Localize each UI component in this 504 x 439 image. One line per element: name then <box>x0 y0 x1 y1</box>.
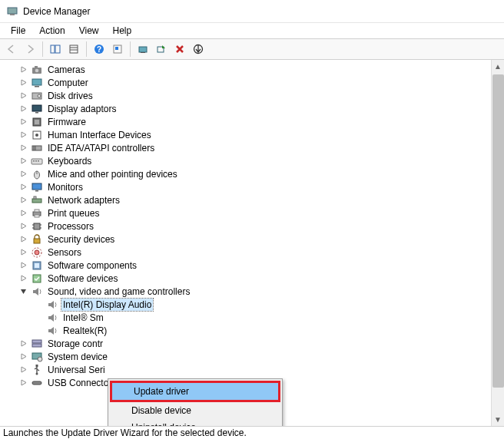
window-title: Device Manager <box>23 6 90 17</box>
tree-label: Mice and other pointing devices <box>46 168 179 180</box>
context-menu-item[interactable]: Uninstall device <box>110 419 280 427</box>
tree-category[interactable]: Universal Seri <box>8 363 504 376</box>
chevron-right-icon[interactable] <box>18 104 28 114</box>
speaker-icon <box>46 299 58 311</box>
tree-category[interactable]: Monitors <box>8 180 504 193</box>
context-menu-item[interactable]: Update driver <box>112 383 278 400</box>
tree-category[interactable]: Storage contr <box>8 337 504 350</box>
tree-category[interactable]: Human Interface Devices <box>8 128 504 141</box>
menu-help[interactable]: Help <box>107 24 138 38</box>
chevron-right-icon[interactable] <box>18 157 28 166</box>
chevron-right-icon[interactable] <box>18 222 28 231</box>
tree-label: Realtek(R) <box>61 325 108 337</box>
svg-point-21 <box>38 94 41 97</box>
scroll-up-button[interactable]: ▲ <box>492 60 505 73</box>
tree-category[interactable]: Processors <box>8 220 504 233</box>
context-menu: Update driverDisable deviceUninstall dev… <box>108 378 283 427</box>
chevron-down-icon[interactable] <box>18 287 28 296</box>
tree-category[interactable]: IDE ATA/ATAPI controllers <box>8 141 504 154</box>
chevron-right-icon[interactable] <box>18 65 28 74</box>
tree-category[interactable]: Sensors <box>8 246 504 259</box>
menu-file[interactable]: File <box>5 24 32 38</box>
toolbar-separator <box>42 41 43 57</box>
tree-device[interactable]: Realtek(R) <box>8 324 504 337</box>
vertical-scrollbar[interactable]: ▲ ▼ <box>491 60 504 426</box>
tree-label: Monitors <box>46 181 85 193</box>
firmware-icon <box>31 116 43 128</box>
chevron-right-icon[interactable] <box>18 196 28 205</box>
tree-device[interactable]: Intel(R) Display Audio <box>8 298 504 311</box>
tree-category[interactable]: Network adapters <box>8 193 504 206</box>
chevron-right-icon[interactable] <box>18 91 28 101</box>
chevron-right-icon[interactable] <box>18 170 28 179</box>
tree-category[interactable]: Print queues <box>8 206 504 220</box>
back-button[interactable] <box>3 41 20 58</box>
tree-category[interactable]: Cameras <box>8 63 504 76</box>
tree-category[interactable]: Keyboards <box>8 154 504 167</box>
tree-label: Security devices <box>46 233 116 246</box>
show-hide-button[interactable] <box>47 41 64 58</box>
tree-label: IDE ATA/ATAPI controllers <box>46 142 156 154</box>
chevron-right-icon[interactable] <box>18 235 28 244</box>
chevron-right-icon[interactable] <box>18 261 28 270</box>
menu-action[interactable]: Action <box>33 24 71 38</box>
svg-rect-18 <box>32 79 41 85</box>
chevron-right-icon[interactable] <box>18 183 28 192</box>
toolbar: ? <box>0 38 504 60</box>
keyboard-icon <box>31 155 43 167</box>
chevron-right-icon[interactable] <box>18 352 28 361</box>
tree-category[interactable]: System device <box>8 350 504 363</box>
chevron-right-icon[interactable] <box>18 378 28 388</box>
chevron-right-icon[interactable] <box>18 339 28 348</box>
action-button[interactable] <box>109 41 126 58</box>
svg-rect-53 <box>35 263 39 268</box>
menu-view[interactable]: View <box>73 24 105 38</box>
tree-category[interactable]: Security devices <box>8 233 504 246</box>
svg-point-50 <box>35 250 39 255</box>
scroll-down-button[interactable]: ▼ <box>492 413 505 426</box>
svg-rect-19 <box>35 86 39 87</box>
forward-button[interactable] <box>22 41 38 58</box>
tree-category[interactable]: Mice and other pointing devices <box>8 167 504 180</box>
tree-category[interactable]: Display adaptors <box>8 102 504 115</box>
tree-label: Sound, video and game controllers <box>46 286 191 298</box>
cpu-icon <box>31 220 43 233</box>
tree-label: Disk drives <box>46 90 94 102</box>
chevron-right-icon[interactable] <box>18 130 28 140</box>
toolbar-separator <box>86 41 87 57</box>
svg-rect-3 <box>55 45 60 53</box>
chevron-right-icon[interactable] <box>18 248 28 257</box>
svg-rect-32 <box>33 160 35 162</box>
tree-category[interactable]: Computer <box>8 76 504 89</box>
tree-leaf-spacer <box>34 300 43 309</box>
tree-label: USB Connecto <box>46 377 110 389</box>
chevron-right-icon[interactable] <box>18 78 28 87</box>
svg-rect-38 <box>35 190 38 192</box>
scan-hardware-button[interactable] <box>153 41 170 58</box>
hid-icon <box>31 129 43 141</box>
highlight-box: Update driver <box>110 381 280 402</box>
help-button[interactable]: ? <box>91 41 108 58</box>
chevron-right-icon[interactable] <box>18 365 28 375</box>
tree-category[interactable]: Sound, video and game controllers <box>8 285 504 298</box>
properties-button[interactable] <box>65 41 82 58</box>
chevron-right-icon[interactable] <box>18 209 28 218</box>
context-menu-item[interactable]: Disable device <box>110 402 280 419</box>
tree-device[interactable]: Intel® Sm <box>8 311 504 324</box>
uninstall-button[interactable] <box>171 41 188 58</box>
printer-icon <box>31 207 43 220</box>
scrollbar-thumb[interactable] <box>492 74 504 388</box>
chevron-right-icon[interactable] <box>18 117 28 127</box>
svg-rect-40 <box>34 196 36 199</box>
tree-category[interactable]: Software components <box>8 259 504 272</box>
chevron-right-icon[interactable] <box>18 274 28 283</box>
update-driver-button[interactable] <box>134 41 151 58</box>
chevron-right-icon[interactable] <box>18 144 28 153</box>
tree-label: Software components <box>46 259 138 272</box>
tree-category[interactable]: Firmware <box>8 115 504 128</box>
tree-label: Cameras <box>46 64 87 76</box>
sensor-icon <box>31 246 43 259</box>
tree-category[interactable]: Disk drives <box>8 89 504 102</box>
disable-button[interactable] <box>190 41 207 58</box>
tree-category[interactable]: Software devices <box>8 272 504 285</box>
